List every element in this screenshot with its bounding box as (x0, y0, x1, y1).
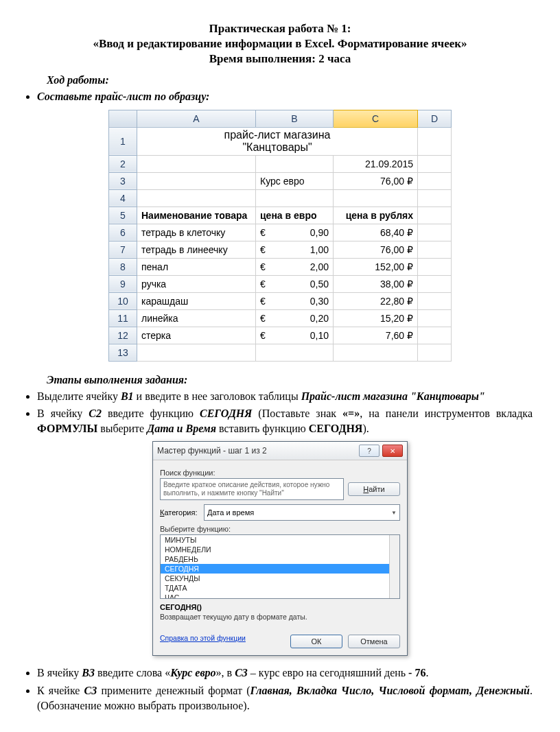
category-combo[interactable]: Дата и время ▼ (204, 504, 400, 521)
select-fn-label: Выберите функцию: (160, 525, 400, 533)
hdr-name: Наименование товара (137, 206, 256, 224)
list-item[interactable]: РАБДЕНЬ (161, 554, 399, 564)
table-row: 6 тетрадь в клеточку €0,90 68,40 ₽ (109, 224, 452, 241)
cell-rate-value: 76,00 ₽ (334, 172, 418, 189)
search-label: Поиск функции: (160, 469, 400, 477)
doc-title-2: «Ввод и редактирование информации в Exce… (27, 37, 533, 51)
excel-sample-table: A B C D 1 прайс-лист магазина "Канцтовар… (108, 110, 452, 362)
step-3: В ячейку С2 введите функцию СЕГОДНЯ (Пос… (37, 406, 533, 436)
merged-title-l1: прайс-лист магазина (141, 129, 413, 141)
cancel-button[interactable]: Отмена (348, 635, 400, 648)
scrollbar[interactable] (389, 535, 399, 598)
hdr-euro: цена в евро (256, 206, 334, 224)
cell-date: 21.09.2015 (334, 155, 418, 172)
cell-rate-label: Курс евро (256, 172, 334, 189)
function-wizard-dialog: Мастер функций - шаг 1 из 2 ? ✕ Поиск фу… (152, 441, 408, 656)
step-4: В ячейку В3 введите слова «Курс евро», в… (37, 665, 533, 681)
help-link[interactable]: Справка по этой функции (160, 634, 246, 642)
table-row: 8 пенал €2,00 152,00 ₽ (109, 258, 452, 275)
function-signature: СЕГОДНЯ() (160, 603, 400, 611)
step-2: Выделите ячейку В1 и введите в нее загол… (37, 389, 533, 404)
function-description: Возвращает текущую дату в формате даты. (160, 613, 400, 621)
table-row: 9 ручка €0,50 38,00 ₽ (109, 275, 452, 292)
doc-title-3: Время выполнения: 2 часа (27, 52, 533, 66)
table-row: 10 карашдаш €0,30 22,80 ₽ (109, 292, 452, 309)
section-heading-2: Этапы выполнения задания: (47, 374, 533, 386)
list-item[interactable]: МИНУТЫ (161, 535, 399, 545)
list-item[interactable]: ЧАС (161, 593, 399, 599)
table-row: 11 линейка €0,20 15,20 ₽ (109, 309, 452, 327)
merged-title-l2: "Канцтовары" (141, 141, 413, 154)
search-input[interactable]: Введите краткое описание действия, котор… (160, 478, 344, 500)
step-5: К ячейке С3 примените денежный формат (Г… (37, 683, 533, 713)
doc-title-1: Практическая работа № 1: (27, 22, 533, 36)
dialog-title: Мастер функций - шаг 1 из 2 (157, 446, 267, 456)
table-row: 12 стерка €0,10 7,60 ₽ (109, 327, 452, 344)
list-item-selected[interactable]: СЕГОДНЯ (161, 564, 399, 574)
chevron-down-icon: ▼ (391, 510, 397, 516)
find-button[interactable]: Найти (348, 482, 400, 496)
ok-button[interactable]: ОК (290, 635, 342, 648)
list-item[interactable]: НОМНЕДЕЛИ (161, 545, 399, 554)
section-heading-1: Ход работы: (47, 74, 533, 86)
col-C: C (334, 110, 418, 127)
list-item[interactable]: СЕКУНДЫ (161, 574, 399, 583)
table-row: 7 тетрадь в линеечку €1,00 76,00 ₽ (109, 241, 452, 258)
category-label: Категория: (160, 508, 200, 517)
hdr-rub: цена в рублях (334, 206, 418, 224)
step-1: Составьте прайс-лист по образцу: (37, 89, 533, 104)
function-listbox[interactable]: МИНУТЫ НОМНЕДЕЛИ РАБДЕНЬ СЕГОДНЯ СЕКУНДЫ… (160, 534, 400, 599)
help-icon[interactable]: ? (359, 445, 380, 457)
col-B: B (256, 110, 334, 127)
close-icon[interactable]: ✕ (382, 445, 403, 457)
col-A: A (137, 110, 256, 127)
list-item[interactable]: ТДАТА (161, 583, 399, 593)
col-D: D (418, 110, 452, 127)
